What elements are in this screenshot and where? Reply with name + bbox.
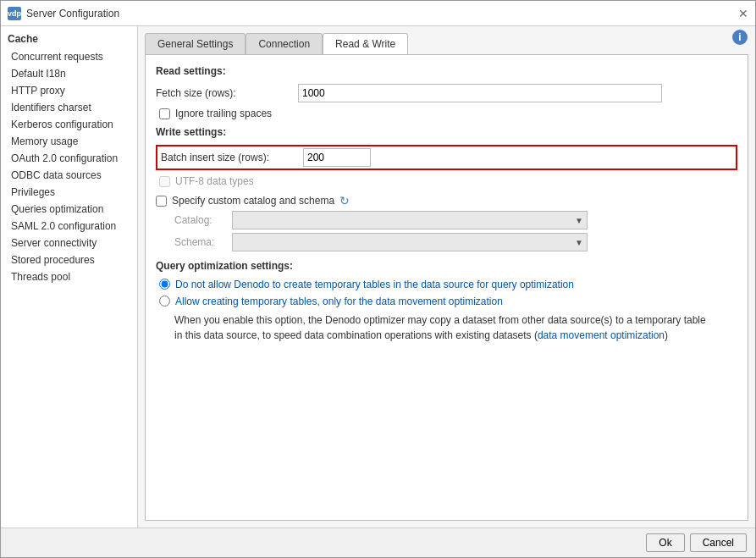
custom-catalog-section: Specify custom catalog and schema ↻ Cata… bbox=[156, 194, 737, 251]
refresh-icon[interactable]: ↻ bbox=[339, 194, 353, 207]
catalog-label: Catalog: bbox=[174, 214, 225, 226]
utf8-label: UTF-8 data types bbox=[175, 175, 254, 187]
write-settings-section: Write settings: Batch insert size (rows)… bbox=[156, 126, 737, 187]
sidebar-item-http-proxy[interactable]: HTTP proxy bbox=[1, 82, 137, 99]
tab-general-settings[interactable]: General Settings bbox=[145, 33, 246, 54]
sidebar-item-queries-optimization[interactable]: Queries optimization bbox=[1, 201, 137, 218]
ok-button[interactable]: Ok bbox=[646, 533, 684, 552]
specify-catalog-checkbox[interactable] bbox=[156, 196, 167, 207]
query-opt-option1-label: Do not allow Denodo to create temporary … bbox=[175, 279, 574, 290]
catalog-dropdown[interactable]: ▼ bbox=[232, 211, 588, 229]
tab-connection[interactable]: Connection bbox=[246, 33, 323, 54]
fetch-size-label: Fetch size (rows): bbox=[156, 87, 291, 99]
sidebar-item-identifiers-charset[interactable]: Identifiers charset bbox=[1, 99, 137, 116]
app-icon: vdp bbox=[8, 7, 21, 20]
query-opt-label: Query optimization settings: bbox=[156, 260, 737, 272]
schema-row: Schema: ▼ bbox=[174, 233, 737, 251]
sidebar-item-memory-usage[interactable]: Memory usage bbox=[1, 133, 137, 150]
query-opt-radio1[interactable] bbox=[159, 279, 170, 290]
info-icon-container: i bbox=[732, 30, 748, 45]
sidebar-item-stored-procedures[interactable]: Stored procedures bbox=[1, 251, 137, 268]
ignore-trailing-spaces-row: Ignore trailing spaces bbox=[159, 108, 737, 119]
sidebar-item-kerberos-configuration[interactable]: Kerberos configuration bbox=[1, 116, 137, 133]
close-button[interactable]: ✕ bbox=[738, 8, 748, 19]
query-opt-section: Query optimization settings: Do not allo… bbox=[156, 260, 737, 343]
sidebar-item-threads-pool[interactable]: Threads pool bbox=[1, 268, 137, 285]
title-bar: vdp Server Configuration ✕ bbox=[1, 1, 755, 26]
footer: Ok Cancel bbox=[1, 528, 755, 557]
title-bar-left: vdp Server Configuration bbox=[8, 7, 119, 20]
sidebar-item-default-i18n[interactable]: Default I18n bbox=[1, 65, 137, 82]
catalog-row: Catalog: ▼ bbox=[174, 211, 737, 229]
sidebar-item-concurrent-requests[interactable]: Concurrent requests bbox=[1, 48, 137, 65]
catalog-dropdown-arrow: ▼ bbox=[575, 216, 583, 225]
ignore-trailing-spaces-checkbox[interactable] bbox=[159, 108, 170, 119]
schema-label: Schema: bbox=[174, 236, 225, 248]
window-body: Cache Concurrent requests Default I18n H… bbox=[1, 26, 755, 528]
sidebar-section-cache: Cache bbox=[1, 30, 137, 48]
query-opt-option2-label: Allow creating temporary tables, only fo… bbox=[175, 296, 503, 307]
query-opt-option1-row: Do not allow Denodo to create temporary … bbox=[159, 279, 737, 290]
batch-insert-row: Batch insert size (rows): bbox=[156, 145, 737, 170]
fetch-size-row: Fetch size (rows): bbox=[156, 84, 737, 102]
query-opt-radio2[interactable] bbox=[159, 296, 170, 307]
sidebar-item-oauth-configuration[interactable]: OAuth 2.0 configuration bbox=[1, 150, 137, 167]
info-icon[interactable]: i bbox=[732, 30, 748, 45]
sidebar-item-server-connectivity[interactable]: Server connectivity bbox=[1, 235, 137, 251]
main-content: General Settings Connection Read & Write… bbox=[138, 26, 755, 528]
fetch-size-input[interactable] bbox=[298, 84, 662, 102]
window-title: Server Configuration bbox=[26, 8, 119, 19]
sidebar-item-odbc-data-sources[interactable]: ODBC data sources bbox=[1, 167, 137, 184]
query-opt-info: When you enable this option, the Denodo … bbox=[174, 312, 737, 343]
server-configuration-window: vdp Server Configuration ✕ Cache Concurr… bbox=[0, 0, 756, 558]
batch-insert-input[interactable] bbox=[303, 148, 371, 167]
schema-dropdown-arrow: ▼ bbox=[575, 238, 583, 247]
schema-dropdown[interactable]: ▼ bbox=[232, 233, 588, 251]
specify-catalog-label: Specify custom catalog and schema bbox=[172, 195, 334, 207]
tab-content-read-write: Read settings: Fetch size (rows): Ignore… bbox=[145, 54, 748, 521]
ignore-trailing-spaces-label: Ignore trailing spaces bbox=[175, 108, 272, 119]
write-settings-label: Write settings: bbox=[156, 126, 737, 138]
data-movement-link[interactable]: data movement optimization bbox=[538, 329, 665, 341]
tabs: General Settings Connection Read & Write bbox=[145, 33, 748, 54]
specify-row: Specify custom catalog and schema ↻ bbox=[156, 194, 737, 207]
utf8-row: UTF-8 data types bbox=[159, 175, 737, 187]
tab-read-write[interactable]: Read & Write bbox=[323, 33, 408, 54]
sidebar-item-privileges[interactable]: Privileges bbox=[1, 184, 137, 201]
sidebar: Cache Concurrent requests Default I18n H… bbox=[1, 26, 138, 528]
sidebar-item-saml-configuration[interactable]: SAML 2.0 configuration bbox=[1, 218, 137, 235]
query-opt-option2-row: Allow creating temporary tables, only fo… bbox=[159, 296, 737, 307]
batch-insert-label: Batch insert size (rows): bbox=[161, 152, 296, 163]
read-settings-label: Read settings: bbox=[156, 65, 737, 77]
cancel-button[interactable]: Cancel bbox=[690, 533, 747, 552]
utf8-checkbox[interactable] bbox=[159, 176, 170, 187]
